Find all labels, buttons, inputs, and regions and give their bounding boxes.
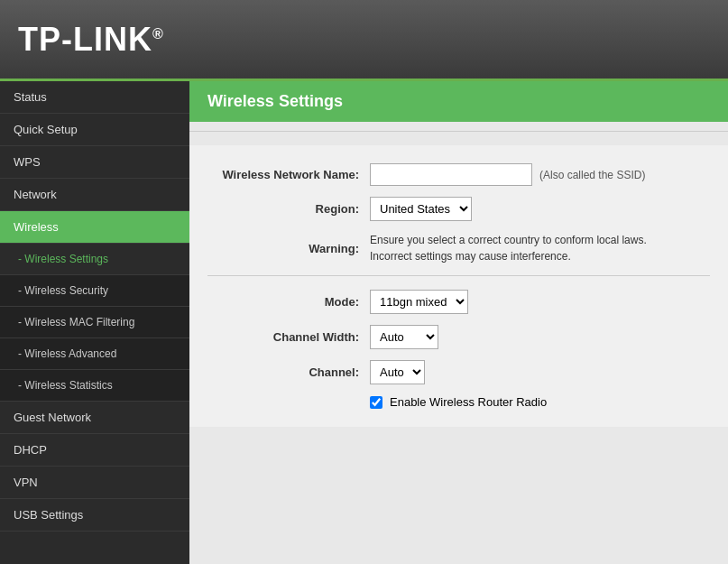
- network-name-input[interactable]: [370, 163, 532, 186]
- network-name-label: Wireless Network Name:: [207, 168, 370, 181]
- content-area: Wireless Settings Wireless Network Name:…: [189, 81, 728, 564]
- sidebar-item-wireless-mac-filtering[interactable]: - Wireless MAC Filtering: [0, 307, 189, 338]
- page-title: Wireless Settings: [189, 81, 728, 122]
- mode-row: Mode: 11bgn mixed11bg mixed11b only11g o…: [207, 290, 710, 314]
- mode-label: Mode:: [207, 295, 370, 309]
- mode-select[interactable]: 11bgn mixed11bg mixed11b only11g only11n…: [370, 290, 468, 314]
- mode-control: 11bgn mixed11bg mixed11b only11g only11n…: [370, 290, 468, 314]
- channel-width-label: Channel Width:: [207, 330, 370, 344]
- enable-radio-checkbox[interactable]: [370, 396, 382, 409]
- sidebar-item-wps[interactable]: WPS: [0, 146, 189, 179]
- sidebar-item-guest-network[interactable]: Guest Network: [0, 402, 189, 434]
- ssid-hint: (Also called the SSID): [539, 169, 645, 181]
- sidebar-item-wireless-statistics[interactable]: - Wireless Statistics: [0, 370, 189, 402]
- region-row: Region: United StatesEuropeAsiaCanadaAus…: [207, 197, 710, 221]
- sidebar-item-wireless[interactable]: Wireless: [0, 211, 189, 244]
- channel-control: Auto1234567891011: [370, 360, 425, 384]
- enable-radio-row: Enable Wireless Router Radio: [370, 395, 710, 409]
- sidebar-item-network[interactable]: Network: [0, 179, 189, 211]
- region-control: United StatesEuropeAsiaCanadaAustralia: [370, 197, 472, 221]
- network-name-row: Wireless Network Name: (Also called the …: [207, 163, 710, 186]
- sidebar: StatusQuick SetupWPSNetworkWireless- Wir…: [0, 81, 189, 564]
- enable-radio-label: Enable Wireless Router Radio: [390, 395, 547, 409]
- region-select[interactable]: United StatesEuropeAsiaCanadaAustralia: [370, 197, 472, 221]
- channel-width-select[interactable]: Auto20MHz40MHz: [370, 325, 438, 349]
- channel-label: Channel:: [207, 365, 370, 379]
- warning-label: Warning:: [207, 242, 370, 255]
- main-layout: StatusQuick SetupWPSNetworkWireless- Wir…: [0, 81, 728, 564]
- channel-width-row: Channel Width: Auto20MHz40MHz: [207, 325, 710, 349]
- logo: TP-LINK®: [18, 21, 164, 59]
- sidebar-item-quick-setup[interactable]: Quick Setup: [0, 114, 189, 146]
- sidebar-item-status[interactable]: Status: [0, 81, 189, 114]
- warning-text-area: Ensure you select a correct country to c…: [370, 232, 677, 264]
- channel-width-control: Auto20MHz40MHz: [370, 325, 438, 349]
- sidebar-item-usb-settings[interactable]: USB Settings: [0, 499, 189, 532]
- content-inner: Wireless Network Name: (Also called the …: [189, 145, 728, 427]
- warning-text: Ensure you select a correct country to c…: [370, 232, 677, 264]
- sidebar-item-wireless-advanced[interactable]: - Wireless Advanced: [0, 338, 189, 370]
- warning-row: Warning: Ensure you select a correct cou…: [207, 232, 710, 264]
- sidebar-item-dhcp[interactable]: DHCP: [0, 434, 189, 467]
- channel-select[interactable]: Auto1234567891011: [370, 360, 425, 384]
- sidebar-item-vpn[interactable]: VPN: [0, 467, 189, 499]
- channel-row: Channel: Auto1234567891011: [207, 360, 710, 384]
- sidebar-item-wireless-settings[interactable]: - Wireless Settings: [0, 244, 189, 275]
- region-label: Region:: [207, 202, 370, 216]
- sidebar-item-wireless-security[interactable]: - Wireless Security: [0, 275, 189, 307]
- header: TP-LINK®: [0, 0, 728, 81]
- network-name-control: (Also called the SSID): [370, 163, 645, 186]
